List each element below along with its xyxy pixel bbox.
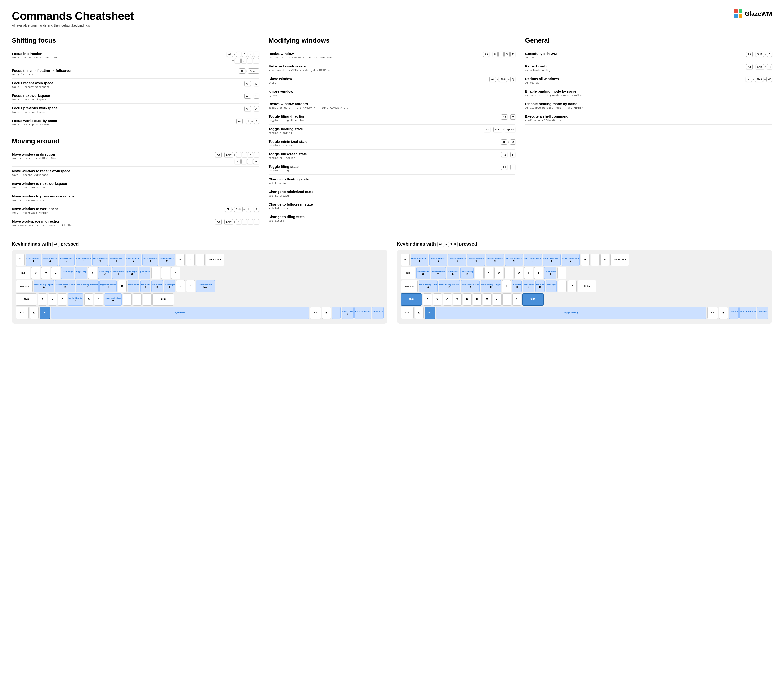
cmd-name: Focus recent workspace xyxy=(12,81,242,85)
cmd-name: Close window xyxy=(269,77,487,81)
key-alt: Alt xyxy=(225,207,231,212)
cmd-name: Change to minimized state xyxy=(269,190,516,194)
cmd-code: resize --width <AMOUNT> --height <AMOUNT… xyxy=(269,56,481,59)
kb-row-numbers-altshift: ~ move to worksp. 11 move to worksp. 22 … xyxy=(401,254,768,266)
cmd-code: focus --direction <DIRECTION> xyxy=(12,56,219,59)
kb-key-tab-s: Tab xyxy=(401,267,415,279)
key-shift: Shift xyxy=(224,219,233,224)
kb-row-qwerty-alt: Tab Q W E resize heightR toggle tilingT … xyxy=(16,267,384,279)
kb-key-space: cycle focus xyxy=(51,306,309,319)
keyboard-alt-shift-title: Keybindings with Alt + Shift pressed xyxy=(397,241,772,247)
cmd-code: focus --prev-workspace xyxy=(12,110,242,114)
cmd-keys: Alt + F xyxy=(501,152,515,157)
key-alt: Alt xyxy=(483,51,490,57)
key-a: A xyxy=(254,106,259,111)
key-alt: Alt xyxy=(215,219,222,224)
cmd-code: move --prev-workspace xyxy=(12,199,259,202)
cmd-name: Toggle minimized state xyxy=(269,140,498,143)
cmd-keys: Alt + V xyxy=(501,114,515,120)
key-shift: Shift xyxy=(234,207,243,212)
cmd-name: Reload config xyxy=(525,64,744,68)
kb-key-g: G xyxy=(118,280,127,292)
modifying-windows-title: Modifying windows xyxy=(269,37,516,44)
key-space: Space xyxy=(505,127,515,132)
kb-key-d-s: move worksp. D upD xyxy=(461,280,480,292)
cmd-code: set-tiling xyxy=(269,219,516,222)
cmd-name: Focus tiling → floating → fullscreen xyxy=(12,68,236,72)
cmd-code: close xyxy=(269,81,487,84)
keyboard-alt-wrap: ~` focus worksp. 11 focus worksp. 22 foc… xyxy=(12,250,387,324)
cmd-name: Focus next workspace xyxy=(12,93,242,98)
key-shift: Shift xyxy=(756,64,764,69)
kb-key-s-s: move worksp. S downS xyxy=(439,280,460,292)
kb-key-minus: - xyxy=(186,254,194,266)
kb-key-4: focus worksp. 44 xyxy=(76,254,91,266)
cmd-name: Focus in direction xyxy=(12,51,219,56)
cmd-name: Change to floating state xyxy=(269,177,516,181)
kb-key-up-s: move right→ xyxy=(757,306,768,319)
cmd-move-ws-direction: Move workspace in direction move-workspa… xyxy=(12,217,259,229)
cmd-keys: Alt + Shift + E xyxy=(746,51,772,57)
key-d: D xyxy=(254,81,259,86)
cmd-name: Change to tiling state xyxy=(269,215,516,219)
key-right: → xyxy=(253,159,259,164)
kb-key-shift-r-s: Shift xyxy=(522,293,544,306)
kb-key-3: focus worksp. 33 xyxy=(59,254,75,266)
page-header: Commands Cheatsheet All available comman… xyxy=(12,9,772,27)
kb-key-space-s: toggle floating xyxy=(436,306,706,319)
key-alt: Alt xyxy=(484,127,490,132)
key-up: ↑ xyxy=(247,58,252,64)
cmd-keys: Alt + Shift + 1 – 9 xyxy=(225,207,259,212)
kb-key-comma: , xyxy=(123,293,132,306)
kb-key-b-s: B xyxy=(463,293,472,306)
cmd-code: size --width <AMOUNT> --height <AMOUNT> xyxy=(269,68,516,72)
key-down: ↓ xyxy=(241,58,246,64)
cmd-name: Toggle fullscreen state xyxy=(269,152,499,156)
kb-key-enter: open terminalEnter xyxy=(196,280,215,292)
logo-color-green xyxy=(739,9,742,14)
key-shift: Shift xyxy=(224,152,233,157)
kb-key-s: focus worksp. S nextS xyxy=(55,280,75,292)
cmd-keys: Alt + Shift + H J K L or ← ↓ ↑ → xyxy=(221,152,259,164)
kb-key-z-s: Z xyxy=(423,293,432,306)
kb-key-down-s: move up (move↓)↓ xyxy=(739,306,756,319)
key-d: D xyxy=(248,219,253,224)
kb-key-a: focus worksp. A prevA xyxy=(34,280,54,292)
kb-key-y-s: Y xyxy=(484,267,493,279)
key-k: K xyxy=(248,51,253,57)
cmd-code: move --direction <DIRECTION> xyxy=(12,157,219,160)
key-l: L xyxy=(254,51,259,57)
kb-key-8: focus worksp. 88 xyxy=(142,254,158,266)
logo-text: GlazeWM xyxy=(745,10,772,17)
cmd-set-fullscreen: Change to fullscreen state set-fullscree… xyxy=(269,200,516,212)
kb-key-shift-r: Shift xyxy=(152,293,174,306)
kb-key-backspace: Backspace xyxy=(205,254,224,266)
cmd-code: move --next-workspace xyxy=(12,186,259,189)
key-alt: Alt xyxy=(490,77,496,82)
key-l: L xyxy=(254,152,259,157)
cmd-name: Move window to recent workspace xyxy=(12,169,259,173)
section-shifting-focus: Shifting focus Focus in direction focus … xyxy=(12,37,259,129)
cmd-keys: Alt + Shift + Space xyxy=(484,127,515,132)
cmd-name: Change to fullscreen state xyxy=(269,202,516,206)
kb-key-f: toggle full screenF xyxy=(100,280,117,292)
kb-row-zxcv-altshift: Shift Z X C V B N M < > ? Shift xyxy=(401,293,768,306)
cmd-code: set-fullscreen xyxy=(269,207,516,210)
key-q: Q xyxy=(510,77,516,82)
cmd-keys: Alt + U I O P xyxy=(483,51,515,57)
cmd-keys: Alt + H J K L or ← ↓ ↑ → xyxy=(221,51,259,64)
kb-key-2-s: move to worksp. 22 xyxy=(429,254,447,266)
cmd-move-next-ws: Move window to next workspace move --nex… xyxy=(12,179,259,191)
kb-key-down-arrow: focus down↓ xyxy=(342,306,353,319)
kb-key-v: toggle tiling dir.V xyxy=(68,293,83,306)
kb-key-q: Q xyxy=(31,267,40,279)
kb-key-bracket-l-s: { xyxy=(534,267,543,279)
kb-key-r-s: reload configR xyxy=(460,267,474,279)
cmd-name: Gracefully exit WM xyxy=(525,51,744,56)
cmd-code: ignore xyxy=(269,94,516,97)
cmd-focus-prev: Focus previous workspace focus --prev-wo… xyxy=(12,103,259,116)
keyboard-alt-shift: Keybindings with Alt + Shift pressed ~ m… xyxy=(397,241,772,324)
cmd-code: wm-enable-binding-mode --name <NAME> xyxy=(525,94,772,97)
kb-key-x: X xyxy=(48,293,57,306)
cmd-name: Set exact window size xyxy=(269,64,516,68)
